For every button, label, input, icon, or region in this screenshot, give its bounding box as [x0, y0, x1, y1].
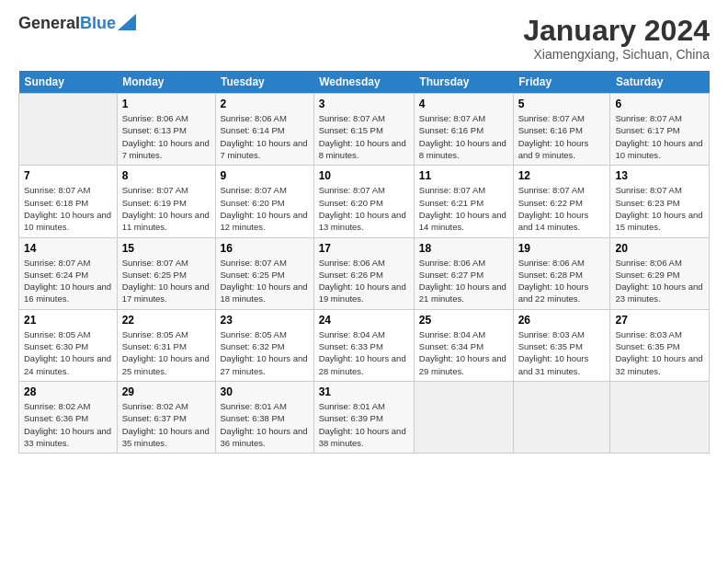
day-cell: 18 Sunrise: 8:06 AM Sunset: 6:27 PM Dayl…	[414, 237, 513, 309]
sunset: Sunset: 6:16 PM	[419, 125, 483, 135]
day-number: 24	[319, 314, 409, 327]
sunset: Sunset: 6:25 PM	[122, 270, 187, 280]
day-number: 20	[615, 242, 704, 255]
day-info: Sunrise: 8:01 AM Sunset: 6:38 PM Dayligh…	[221, 400, 309, 449]
sunset: Sunset: 6:19 PM	[122, 198, 187, 208]
col-thursday: Thursday	[414, 71, 513, 94]
day-info: Sunrise: 8:07 AM Sunset: 6:19 PM Dayligh…	[122, 184, 210, 233]
sunrise: Sunrise: 8:07 AM	[615, 113, 681, 123]
sunrise: Sunrise: 8:07 AM	[319, 185, 385, 195]
daylight: Daylight: 10 hours and 28 minutes.	[319, 353, 406, 375]
day-number: 25	[419, 314, 508, 327]
day-number: 14	[24, 242, 112, 255]
day-info: Sunrise: 8:02 AM Sunset: 6:37 PM Dayligh…	[122, 400, 210, 449]
day-cell: 7 Sunrise: 8:07 AM Sunset: 6:18 PM Dayli…	[19, 166, 118, 237]
sunrise: Sunrise: 8:06 AM	[518, 258, 585, 268]
day-number: 16	[221, 242, 309, 255]
daylight: Daylight: 10 hours and 16 minutes.	[24, 282, 111, 304]
day-info: Sunrise: 8:05 AM Sunset: 6:31 PM Dayligh…	[122, 328, 210, 377]
sunrise: Sunrise: 8:02 AM	[24, 401, 90, 411]
sunrise: Sunrise: 8:03 AM	[518, 329, 585, 339]
day-number: 29	[122, 385, 210, 398]
sunset: Sunset: 6:39 PM	[319, 413, 383, 423]
daylight: Daylight: 10 hours and 24 minutes.	[24, 353, 111, 375]
day-cell: 24 Sunrise: 8:04 AM Sunset: 6:33 PM Dayl…	[313, 309, 414, 381]
sunrise: Sunrise: 8:07 AM	[518, 113, 585, 123]
logo-blue: Blue	[80, 14, 116, 32]
sunrise: Sunrise: 8:06 AM	[615, 258, 681, 268]
day-cell: 12 Sunrise: 8:07 AM Sunset: 6:22 PM Dayl…	[513, 166, 610, 237]
sunrise: Sunrise: 8:07 AM	[419, 113, 485, 123]
sunrise: Sunrise: 8:03 AM	[615, 329, 681, 339]
daylight: Daylight: 10 hours and 7 minutes.	[221, 138, 308, 160]
day-info: Sunrise: 8:07 AM Sunset: 6:22 PM Dayligh…	[518, 184, 606, 233]
sunset: Sunset: 6:24 PM	[24, 270, 88, 280]
sunrise: Sunrise: 8:07 AM	[419, 185, 485, 195]
col-wednesday: Wednesday	[313, 71, 414, 94]
day-info: Sunrise: 8:06 AM Sunset: 6:27 PM Dayligh…	[419, 257, 508, 305]
day-cell: 3 Sunrise: 8:07 AM Sunset: 6:15 PM Dayli…	[313, 94, 414, 166]
day-number: 3	[319, 98, 409, 110]
sunset: Sunset: 6:34 PM	[419, 341, 483, 351]
day-info: Sunrise: 8:05 AM Sunset: 6:30 PM Dayligh…	[24, 328, 112, 377]
day-cell: 4 Sunrise: 8:07 AM Sunset: 6:16 PM Dayli…	[414, 94, 513, 166]
day-number: 31	[319, 385, 409, 398]
sunrise: Sunrise: 8:05 AM	[221, 329, 287, 339]
daylight: Daylight: 10 hours and 8 minutes.	[319, 138, 406, 160]
sunset: Sunset: 6:16 PM	[518, 125, 583, 135]
column-headers: Sunday Monday Tuesday Wednesday Thursday…	[19, 71, 710, 94]
day-number: 11	[419, 169, 508, 182]
day-cell: 17 Sunrise: 8:06 AM Sunset: 6:26 PM Dayl…	[313, 237, 414, 309]
sunset: Sunset: 6:22 PM	[518, 198, 583, 208]
day-number: 12	[518, 169, 606, 182]
day-info: Sunrise: 8:07 AM Sunset: 6:15 PM Dayligh…	[319, 112, 409, 161]
sunset: Sunset: 6:26 PM	[319, 270, 383, 280]
logo-text: GeneralBlue	[18, 15, 116, 33]
sunset: Sunset: 6:35 PM	[615, 341, 679, 351]
sunset: Sunset: 6:29 PM	[615, 270, 679, 280]
daylight: Daylight: 10 hours and 36 minutes.	[221, 426, 308, 448]
logo: GeneralBlue	[18, 15, 136, 33]
header: GeneralBlue January 2024 Xiamengxiang, S…	[18, 15, 710, 62]
day-number: 19	[518, 242, 606, 255]
day-cell	[610, 381, 710, 453]
daylight: Daylight: 10 hours and 11 minutes.	[122, 210, 210, 232]
sunrise: Sunrise: 8:07 AM	[24, 258, 90, 268]
day-info: Sunrise: 8:04 AM Sunset: 6:33 PM Dayligh…	[319, 328, 409, 377]
daylight: Daylight: 10 hours and 27 minutes.	[221, 353, 308, 375]
day-info: Sunrise: 8:06 AM Sunset: 6:29 PM Dayligh…	[615, 257, 704, 305]
day-info: Sunrise: 8:05 AM Sunset: 6:32 PM Dayligh…	[221, 328, 309, 377]
day-cell: 15 Sunrise: 8:07 AM Sunset: 6:25 PM Dayl…	[117, 237, 215, 309]
daylight: Daylight: 10 hours and 13 minutes.	[319, 210, 406, 232]
sunrise: Sunrise: 8:07 AM	[221, 185, 287, 195]
col-sunday: Sunday	[19, 71, 118, 94]
day-info: Sunrise: 8:07 AM Sunset: 6:16 PM Dayligh…	[518, 112, 606, 161]
daylight: Daylight: 10 hours and 19 minutes.	[319, 282, 406, 304]
day-cell: 19 Sunrise: 8:06 AM Sunset: 6:28 PM Dayl…	[513, 237, 610, 309]
sunset: Sunset: 6:17 PM	[615, 125, 679, 135]
week-row-1: 7 Sunrise: 8:07 AM Sunset: 6:18 PM Dayli…	[19, 166, 710, 237]
day-number: 2	[221, 98, 309, 110]
day-number: 4	[419, 98, 508, 110]
week-row-4: 28 Sunrise: 8:02 AM Sunset: 6:36 PM Dayl…	[19, 381, 710, 453]
day-cell: 10 Sunrise: 8:07 AM Sunset: 6:20 PM Dayl…	[313, 166, 414, 237]
day-info: Sunrise: 8:07 AM Sunset: 6:16 PM Dayligh…	[419, 112, 508, 161]
sunset: Sunset: 6:37 PM	[122, 413, 187, 423]
day-number: 17	[319, 242, 409, 255]
daylight: Daylight: 10 hours and 21 minutes.	[419, 282, 506, 304]
sunrise: Sunrise: 8:07 AM	[518, 185, 585, 195]
sunrise: Sunrise: 8:06 AM	[319, 258, 385, 268]
daylight: Daylight: 10 hours and 33 minutes.	[24, 426, 111, 448]
sunrise: Sunrise: 8:04 AM	[419, 329, 485, 339]
day-info: Sunrise: 8:07 AM Sunset: 6:17 PM Dayligh…	[615, 112, 704, 161]
day-cell: 31 Sunrise: 8:01 AM Sunset: 6:39 PM Dayl…	[313, 381, 414, 453]
day-cell: 23 Sunrise: 8:05 AM Sunset: 6:32 PM Dayl…	[215, 309, 313, 381]
sunrise: Sunrise: 8:01 AM	[221, 401, 287, 411]
sunset: Sunset: 6:15 PM	[319, 125, 383, 135]
col-friday: Friday	[513, 71, 610, 94]
day-info: Sunrise: 8:07 AM Sunset: 6:25 PM Dayligh…	[221, 257, 309, 305]
daylight: Daylight: 10 hours and 15 minutes.	[615, 210, 702, 232]
sunrise: Sunrise: 8:02 AM	[122, 401, 188, 411]
sunset: Sunset: 6:21 PM	[419, 198, 483, 208]
day-cell: 16 Sunrise: 8:07 AM Sunset: 6:25 PM Dayl…	[215, 237, 313, 309]
